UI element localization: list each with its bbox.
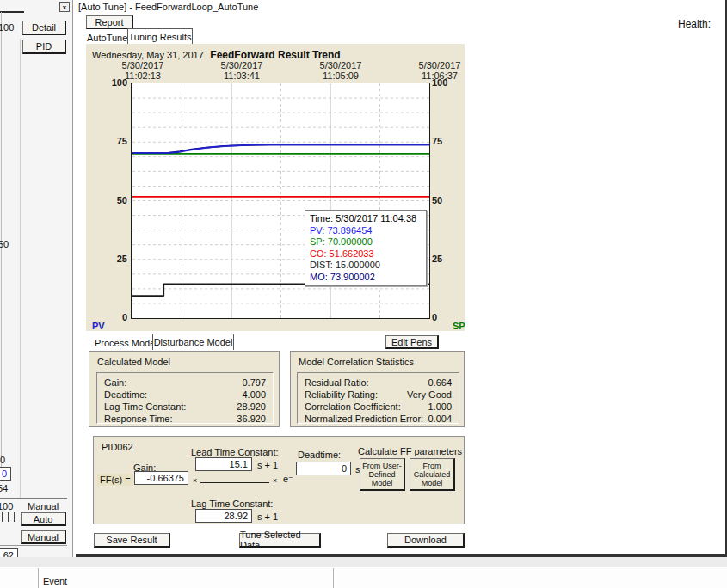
from-calculated-model-button[interactable]: From Calculated Model: [410, 458, 455, 491]
x-axis-label: 5/30/201711:06:37: [419, 60, 461, 81]
gain-input[interactable]: -0.66375: [134, 471, 188, 485]
row-label: Normalized Prediction Error:: [305, 413, 423, 425]
tune-selected-data-button[interactable]: Tune Selected Data: [239, 533, 321, 548]
row-label: Lag Time Constant:: [104, 401, 186, 413]
report-button[interactable]: Report: [86, 15, 133, 29]
ff-parameters-group: PID062 Lead Time Constant: 15.1 s + 1 De…: [93, 436, 465, 524]
event-label: Event: [43, 576, 67, 586]
application-root: x 100 Detail PID 50 0 0 54 100 Manual Au…: [0, 0, 727, 588]
detail-button[interactable]: Detail: [22, 21, 66, 35]
model-row: Response Time: 36.920: [104, 413, 266, 425]
row-value: 4.000: [242, 389, 266, 401]
faceplate-close-icon[interactable]: x: [59, 2, 70, 12]
y-axis-label: 50: [103, 195, 127, 205]
faceplate-zero-label: 0: [0, 455, 5, 465]
faceplate-out-scale-100: 100: [0, 501, 13, 511]
correlation-stats-group: Model Correlation Statistics Residual Ra…: [290, 351, 465, 427]
row-value: 0.664: [428, 377, 452, 389]
stats-row: Reliability Rating: Very Good: [305, 389, 452, 401]
faceplate-edge-line: [0, 11, 24, 13]
ff-box-title: PID062: [102, 442, 133, 452]
lead-suffix: s + 1: [257, 460, 278, 470]
x-axis-label: 5/30/201711:05:09: [320, 60, 362, 81]
stats-row: Correlation Coefficient: 1.000: [305, 401, 452, 413]
model-row: Gain: 0.797: [104, 377, 266, 389]
y-axis-label: 75: [432, 136, 456, 146]
chart-title: FeedForward Result Trend: [86, 49, 465, 61]
row-value: Very Good: [407, 389, 452, 401]
pid-button[interactable]: PID: [22, 40, 66, 54]
trend-chart-panel: Wednesday, May 31, 2017 FeedForward Resu…: [86, 44, 465, 331]
faceplate-scale-50: 50: [0, 239, 9, 249]
stats-row: Normalized Prediction Error: 0.004: [305, 413, 452, 425]
tab-disturbance-model[interactable]: Disturbance Model: [152, 334, 234, 350]
x-axis-label: 5/30/201711:02:13: [122, 60, 164, 81]
download-button[interactable]: Download: [387, 533, 465, 548]
from-user-defined-model-button[interactable]: From User-Defined Model: [360, 458, 405, 491]
correlation-stats-title: Model Correlation Statistics: [299, 357, 414, 367]
mode-label: Manual: [28, 501, 59, 511]
faceplate-54-readout: 54: [0, 483, 8, 493]
window-gap-strip: [0, 557, 727, 567]
lag-time-label: Lag Time Constant:: [191, 499, 273, 509]
row-value: 1.000: [428, 401, 452, 413]
multiply-icon: ×: [193, 476, 197, 485]
y-axis-label: 25: [103, 254, 127, 264]
slider-tick-icon: [14, 512, 15, 522]
lag-suffix: s + 1: [257, 511, 278, 522]
row-value: 36.920: [237, 413, 266, 425]
lead-time-label: Lead Time Constant:: [191, 447, 279, 457]
status-divider: [333, 568, 334, 588]
tab-process-model[interactable]: Process Model: [95, 338, 157, 348]
tooltip-line: DIST: 15.000000: [310, 260, 422, 272]
model-row: Deadtime: 4.000: [104, 389, 266, 401]
y-axis-label: 25: [432, 254, 456, 264]
exponential-term: e⁻: [283, 474, 293, 485]
row-label: Correlation Coefficient:: [305, 401, 401, 413]
faceplate-divider-line: [20, 39, 21, 499]
tooltip-line: MO: 73.900002: [310, 272, 422, 284]
status-bar: Event: [0, 567, 727, 588]
faceplate-scale-100: 100: [0, 22, 14, 33]
deadtime-input[interactable]: 0: [296, 462, 351, 475]
row-value: 0.004: [428, 413, 452, 425]
row-label: Gain:: [104, 377, 126, 389]
tooltip-line: PV: 73.896454: [310, 225, 422, 237]
tab-autotune[interactable]: AutoTune: [87, 33, 127, 43]
lead-time-input[interactable]: 15.1: [195, 457, 252, 471]
row-label: Reliability Rating:: [305, 389, 378, 401]
slider-tick-icon: [8, 512, 9, 522]
calc-ff-params-label: Calculate FF parameters: [358, 446, 456, 456]
plot-area[interactable]: Time: 5/30/2017 11:04:38PV: 73.896454SP:…: [131, 83, 430, 319]
status-divider: [38, 568, 39, 588]
faceplate-zero-readout[interactable]: 0: [0, 467, 11, 481]
edit-pens-button[interactable]: Edit Pens: [385, 335, 439, 349]
calculated-model-title: Calculated Model: [97, 357, 170, 367]
x-axis-label: 5/30/201711:03:41: [221, 60, 263, 81]
save-result-button[interactable]: Save Result: [94, 533, 170, 548]
y-axis-label: 75: [103, 136, 127, 146]
y-axis-label: 50: [432, 195, 456, 205]
row-label: Residual Ratio:: [305, 377, 369, 389]
lag-time-input[interactable]: 28.92: [195, 509, 252, 523]
y-axis-label: 0: [103, 312, 127, 322]
model-row: Lag Time Constant: 28.920: [104, 401, 266, 413]
tab-tuning-results[interactable]: Tuning Results: [127, 28, 193, 44]
faceplate-separator: [0, 545, 67, 546]
auto-button[interactable]: Auto: [21, 512, 66, 526]
row-label: Response Time:: [104, 413, 172, 425]
trend-tooltip: Time: 5/30/2017 11:04:38PV: 73.896454SP:…: [305, 210, 427, 286]
window-title: [Auto Tune] - FeedForwardLoop_AutoTune: [78, 2, 258, 12]
row-value: 28.920: [237, 401, 266, 413]
faceplate-separator: [0, 498, 67, 499]
ff-equation-label: FF(s) =: [97, 474, 133, 486]
row-value: 0.797: [242, 377, 266, 389]
faceplate-panel: x 100 Detail PID 50 0 0 54 100 Manual Au…: [0, 0, 73, 566]
autotune-window: [Auto Tune] - FeedForwardLoop_AutoTune H…: [76, 0, 727, 557]
manual-button[interactable]: Manual: [21, 530, 66, 544]
health-label: Health:: [678, 18, 711, 30]
deadtime-label: Deadtime:: [298, 450, 341, 460]
multiply-icon: ×: [273, 476, 277, 485]
slider-tick-icon: [2, 512, 3, 522]
tooltip-line: SP: 70.000000: [310, 236, 422, 248]
